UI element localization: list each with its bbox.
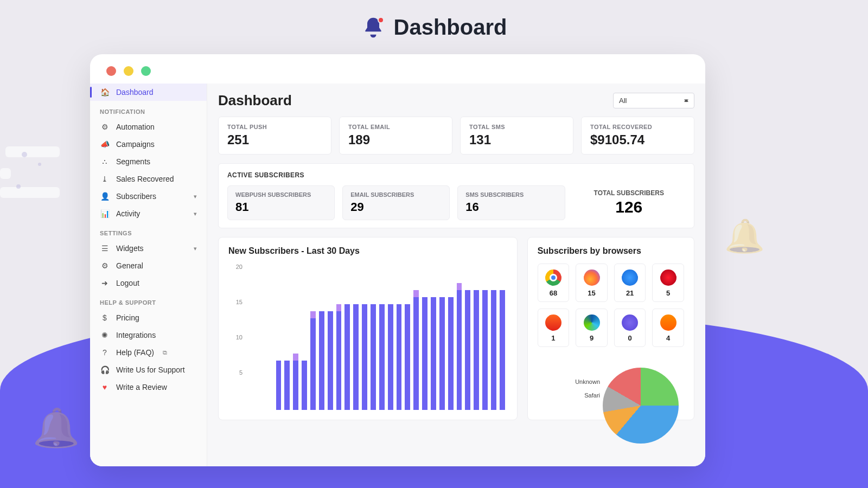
stat-label: TOTAL PUSH: [227, 124, 322, 130]
browser-cell-uc[interactable]: 4: [652, 309, 684, 347]
browser-cell-opera[interactable]: 5: [652, 264, 684, 302]
browser-cell-edge[interactable]: 9: [576, 309, 608, 347]
sidebar-item-label: Integrations: [116, 331, 156, 339]
chart-bar: [379, 304, 385, 410]
bg-decor: [38, 163, 41, 166]
pie-chart: [603, 368, 679, 444]
stat-value: $9105.74: [590, 132, 685, 147]
chart-bar: [362, 304, 367, 410]
browsers-card: Subscribers by browsers 68 15 21 5 1 9 0…: [527, 237, 694, 420]
sidebar-item-label: Pricing: [116, 313, 139, 322]
integrations-icon: ✺: [100, 331, 110, 339]
app-window: 🏠 Dashboard NOTIFICATION ⚙ Automation 📣 …: [90, 54, 705, 466]
stat-card: TOTAL EMAIL 189: [339, 117, 452, 155]
sidebar-item-support[interactable]: 🎧 Write Us for Support: [90, 361, 207, 378]
sub-card: WEBPUSH SUBSCRIBERS 81: [227, 185, 335, 220]
chart-bar: [448, 297, 454, 410]
logout-icon: ➜: [100, 279, 110, 287]
chart-bar: [457, 283, 462, 410]
sidebar-item-label: Widgets: [116, 244, 144, 253]
stat-card: TOTAL SMS 131: [460, 117, 573, 155]
dollar-icon: $: [100, 313, 110, 322]
browser-count: 4: [653, 334, 684, 342]
browsers-pie: Unknown Safari: [538, 357, 684, 411]
sidebar-item-logout[interactable]: ➜ Logout: [90, 274, 207, 292]
user-icon: 👤: [100, 192, 110, 201]
close-icon[interactable]: [106, 66, 116, 76]
segments-icon: ⛬: [100, 157, 110, 166]
chart-bar: [482, 290, 488, 410]
sidebar-item-sales-recovered[interactable]: ⤓ Sales Recovered: [90, 170, 207, 188]
stat-label: TOTAL RECOVERED: [590, 124, 685, 130]
chart-title: New Subscribers - Last 30 Days: [228, 246, 507, 256]
bg-decor: [22, 152, 27, 157]
chart-bar: [405, 304, 410, 410]
stat-label: TOTAL SUBSCRIBERS: [573, 189, 686, 197]
sidebar: 🏠 Dashboard NOTIFICATION ⚙ Automation 📣 …: [90, 84, 207, 466]
sidebar-item-activity[interactable]: 📊 Activity ▾: [90, 205, 207, 222]
zoom-icon[interactable]: [141, 66, 151, 76]
sidebar-item-label: Sales Recovered: [116, 175, 174, 183]
external-link-icon: ⧉: [163, 349, 167, 356]
chart-bar: [371, 304, 376, 410]
pie-label: Safari: [584, 392, 600, 399]
chart-bar: [336, 304, 342, 410]
brave-icon: [545, 314, 561, 331]
browser-cell-chrome[interactable]: 68: [538, 264, 570, 302]
browser-count: 68: [538, 289, 569, 297]
browser-count: 9: [576, 334, 607, 342]
filter-select[interactable]: All: [613, 93, 694, 108]
samsung-icon: [622, 314, 638, 331]
sidebar-item-segments[interactable]: ⛬ Segments: [90, 153, 207, 170]
list-icon: ☰: [100, 244, 110, 253]
sub-card: SMS SUBSCRIBERS 16: [457, 185, 565, 220]
chart-bar: [439, 297, 445, 410]
stat-label: WEBPUSH SUBSCRIBERS: [235, 191, 327, 198]
sidebar-item-help[interactable]: ? Help (FAQ) ⧉: [90, 344, 207, 361]
sidebar-item-label: Logout: [116, 279, 139, 287]
sidebar-item-label: Write Us for Support: [116, 365, 185, 374]
bg-decor: [16, 184, 21, 189]
browser-count: 21: [615, 289, 646, 297]
chart-bars: [250, 267, 505, 410]
sidebar-item-subscribers[interactable]: 👤 Subscribers ▾: [90, 188, 207, 205]
chart-bar: [319, 311, 324, 410]
chart-y-axis: 5101520: [228, 264, 245, 410]
sidebar-item-label: Dashboard: [116, 88, 154, 97]
sub-card: EMAIL SUBSCRIBERS 29: [342, 185, 450, 220]
browser-cell-firefox[interactable]: 15: [576, 264, 608, 302]
sidebar-item-label: Subscribers: [116, 192, 156, 201]
sidebar-item-campaigns[interactable]: 📣 Campaigns: [90, 136, 207, 153]
heart-icon: ♥: [100, 383, 110, 391]
stat-label: SMS SUBSCRIBERS: [465, 191, 557, 198]
page-title: Dashboard: [394, 15, 507, 40]
stat-card: TOTAL PUSH 251: [218, 117, 331, 155]
stat-label: TOTAL EMAIL: [348, 124, 443, 130]
bg-decor: [5, 146, 60, 157]
bg-decor: [0, 168, 11, 179]
stat-label: TOTAL SMS: [469, 124, 564, 130]
sidebar-item-review[interactable]: ♥ Write a Review: [90, 378, 207, 396]
minimize-icon[interactable]: [124, 66, 133, 76]
chevron-down-icon: ▾: [194, 245, 197, 252]
safari-icon: [622, 269, 638, 286]
chevron-down-icon: ▾: [194, 210, 197, 217]
new-subscribers-chart: New Subscribers - Last 30 Days 5101520: [218, 237, 518, 420]
chart-bar: [413, 290, 419, 410]
sidebar-item-general[interactable]: ⚙ General: [90, 257, 207, 274]
sidebar-item-dashboard[interactable]: 🏠 Dashboard: [90, 84, 207, 101]
browser-cell-samsung[interactable]: 0: [614, 309, 646, 347]
sidebar-item-widgets[interactable]: ☰ Widgets ▾: [90, 240, 207, 257]
chart-bar: [302, 361, 307, 410]
sidebar-item-label: Activity: [116, 209, 140, 218]
firefox-icon: [584, 269, 600, 286]
chevron-down-icon: ▾: [194, 193, 197, 200]
stat-value: 16: [465, 200, 557, 214]
stat-value: 251: [227, 132, 322, 147]
sidebar-item-pricing[interactable]: $ Pricing: [90, 309, 207, 326]
browser-cell-safari[interactable]: 21: [614, 264, 646, 302]
bell-icon: 🔔: [724, 217, 765, 255]
sidebar-item-automation[interactable]: ⚙ Automation: [90, 118, 207, 136]
browser-cell-brave[interactable]: 1: [538, 309, 570, 347]
sidebar-item-integrations[interactable]: ✺ Integrations: [90, 326, 207, 344]
